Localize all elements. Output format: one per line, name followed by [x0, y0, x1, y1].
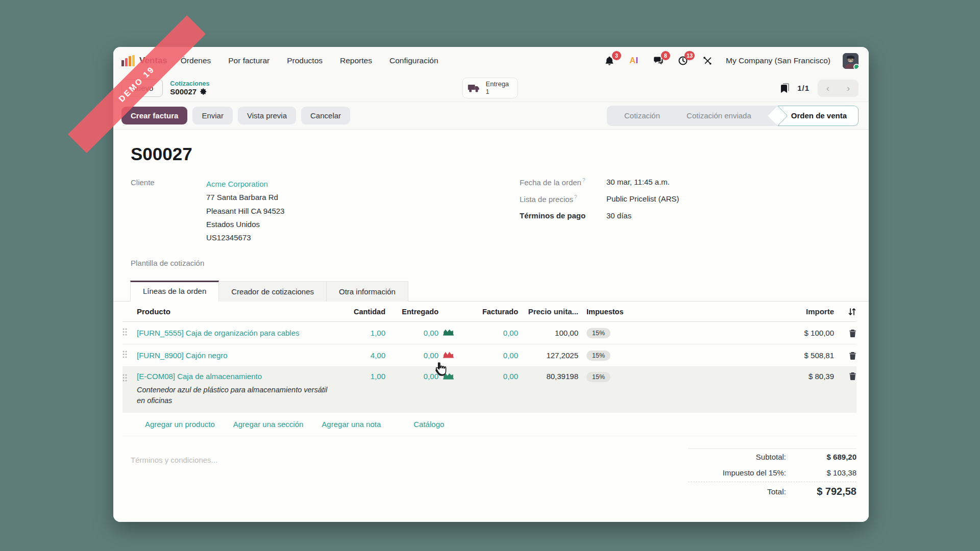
totals-block: Subtotal: $ 689,20 Impuesto del 15%: $ 1… — [688, 448, 856, 501]
customer-label: Cliente — [131, 178, 206, 244]
breadcrumb-cotizaciones[interactable]: Cotizaciones — [170, 80, 209, 87]
amount-cell: $ 100,00 — [640, 329, 834, 337]
catalog-link[interactable]: Catálogo — [413, 420, 444, 429]
add-section-link[interactable]: Agregar una sección — [233, 420, 304, 429]
delete-row-icon[interactable] — [849, 352, 856, 360]
drag-handle-icon[interactable] — [122, 374, 127, 384]
send-button[interactable]: Enviar — [192, 107, 233, 124]
ai-icon[interactable]: AI — [628, 55, 640, 67]
table-row[interactable]: [E-COM08] Caja de almacenamiento Contene… — [122, 367, 856, 413]
desktop-background: Ventas Órdenes Por facturar Productos Re… — [0, 0, 980, 551]
invoiced-cell[interactable]: 0,00 — [458, 329, 518, 337]
menu-ordenes[interactable]: Órdenes — [181, 56, 211, 65]
tax-value: $ 103,38 — [799, 468, 856, 477]
tax-badge[interactable]: 15% — [586, 372, 610, 382]
tax-badge[interactable]: 15% — [586, 328, 610, 338]
col-importe[interactable]: Importe — [640, 307, 834, 316]
forecast-chart-icon[interactable] — [443, 372, 454, 382]
subtotal-value: $ 689,20 — [799, 453, 856, 461]
qty-cell[interactable]: 4,00 — [336, 351, 385, 360]
payment-terms-label: Términos de pago — [520, 211, 606, 220]
add-note-link[interactable]: Agregar una nota — [322, 420, 381, 429]
activities-clock-icon[interactable]: 13 — [677, 55, 689, 67]
messages-icon[interactable]: 8 — [652, 55, 665, 67]
delete-row-icon[interactable] — [849, 372, 856, 380]
unit-price-cell[interactable]: 100,00 — [518, 329, 578, 337]
delivered-cell[interactable]: 0,00 — [385, 372, 438, 381]
forecast-chart-icon[interactable] — [443, 328, 454, 338]
customer-address-line: US12345673 — [206, 231, 284, 244]
messages-badge: 8 — [661, 51, 670, 60]
forecast-chart-icon[interactable] — [443, 350, 454, 360]
table-row[interactable]: [FURN_8900] Cajón negro 4,00 0,00 0,00 1… — [122, 344, 856, 367]
user-avatar[interactable] — [843, 53, 859, 69]
qty-cell[interactable]: 1,00 — [336, 329, 385, 337]
customer-address-line: 77 Santa Barbara Rd — [206, 191, 284, 204]
menu-configuracion[interactable]: Configuración — [389, 56, 438, 65]
delete-row-icon[interactable] — [849, 329, 856, 337]
status-cotizacion[interactable]: Cotización — [611, 111, 673, 120]
create-invoice-button[interactable]: Crear factura — [121, 107, 187, 124]
tax-badge[interactable]: 15% — [586, 350, 610, 361]
add-product-link[interactable]: Agregar un producto — [145, 420, 215, 429]
quotation-template-label[interactable]: Plantilla de cotización — [131, 259, 869, 267]
invoiced-cell[interactable]: 0,00 — [458, 372, 518, 381]
tab-lineas-de-la-orden[interactable]: Líneas de la orden — [130, 281, 219, 302]
pager-next-button[interactable]: › — [838, 80, 859, 97]
drag-handle-icon[interactable] — [122, 328, 127, 338]
order-date-value[interactable]: 30 mar, 11:45 a.m. — [606, 178, 670, 187]
terms-placeholder[interactable]: Términos y condiciones... — [131, 448, 688, 501]
order-form-sheet: S00027 Cliente Acme Corporation 77 Santa… — [113, 130, 869, 522]
pricelist-label: Lista de precios? — [520, 194, 606, 204]
total-value: $ 792,58 — [799, 486, 856, 497]
breadcrumb-row: Nuevo Cotizaciones S00027 Entrega1 1/1 — [113, 74, 869, 102]
col-cantidad[interactable]: Cantidad — [336, 308, 385, 316]
drag-handle-icon[interactable] — [122, 350, 127, 360]
qty-cell[interactable]: 1,00 — [336, 372, 385, 381]
col-precio-unitario[interactable]: Precio unita... — [518, 307, 578, 316]
preview-button[interactable]: Vista previa — [238, 107, 296, 124]
gear-icon[interactable] — [200, 88, 207, 95]
amount-cell: $ 508,81 — [640, 351, 834, 360]
menu-reportes[interactable]: Reportes — [340, 56, 372, 65]
app-brand[interactable]: Ventas — [121, 55, 167, 66]
unit-price-cell[interactable]: 127,2025 — [518, 351, 578, 360]
menu-por-facturar[interactable]: Por facturar — [228, 56, 270, 65]
bell-badge: 3 — [612, 51, 621, 60]
delivery-smart-button[interactable]: Entrega1 — [462, 78, 518, 99]
status-orden-de-venta[interactable]: Orden de venta — [778, 106, 859, 126]
top-nav: Ventas Órdenes Por facturar Productos Re… — [113, 47, 869, 74]
col-facturado[interactable]: Facturado — [458, 308, 518, 316]
col-entregado[interactable]: Entregado — [385, 308, 438, 316]
activities-badge: 13 — [684, 51, 695, 60]
optional-columns-icon[interactable] — [848, 308, 856, 316]
delivered-cell[interactable]: 0,00 — [385, 329, 438, 337]
status-cotizacion-enviada[interactable]: Cotización enviada — [673, 111, 765, 120]
tools-icon[interactable] — [701, 55, 714, 67]
delivered-cell[interactable]: 0,00 — [385, 351, 438, 360]
tab-creador-de-cotizaciones[interactable]: Creador de cotizaciones — [219, 281, 327, 302]
product-link[interactable]: [E-COM08] Caja de almacenamiento — [137, 372, 262, 381]
table-row[interactable]: [FURN_5555] Caja de organización para ca… — [122, 322, 856, 344]
col-producto[interactable]: Producto — [137, 307, 336, 316]
new-button[interactable]: Nuevo — [121, 79, 163, 97]
customer-address-line: Estados Unidos — [206, 218, 284, 231]
pager-prev-button[interactable]: ‹ — [818, 80, 838, 97]
col-impuestos[interactable]: Impuestos — [578, 308, 640, 316]
bookmark-icon[interactable] — [781, 83, 789, 93]
subtotal-label: Subtotal: — [688, 453, 799, 461]
invoiced-cell[interactable]: 0,00 — [458, 351, 518, 360]
product-link[interactable]: [FURN_8900] Cajón negro — [137, 351, 228, 360]
tab-otra-informacion[interactable]: Otra información — [327, 281, 408, 302]
company-switcher[interactable]: My Company (San Francisco) — [726, 56, 830, 65]
unit-price-cell[interactable]: 80,39198 — [518, 372, 578, 381]
breadcrumb: Cotizaciones S00027 — [170, 80, 209, 96]
odoo-window: Ventas Órdenes Por facturar Productos Re… — [113, 47, 869, 522]
menu-productos[interactable]: Productos — [287, 56, 323, 65]
customer-link[interactable]: Acme Corporation — [206, 178, 284, 191]
pricelist-value[interactable]: Public Pricelist (ARS) — [606, 194, 679, 204]
payment-terms-value[interactable]: 30 días — [606, 211, 631, 220]
notifications-bell-icon[interactable]: 3 — [603, 55, 616, 67]
product-link[interactable]: [FURN_5555] Caja de organización para ca… — [137, 329, 300, 337]
cancel-button[interactable]: Cancelar — [301, 107, 350, 124]
